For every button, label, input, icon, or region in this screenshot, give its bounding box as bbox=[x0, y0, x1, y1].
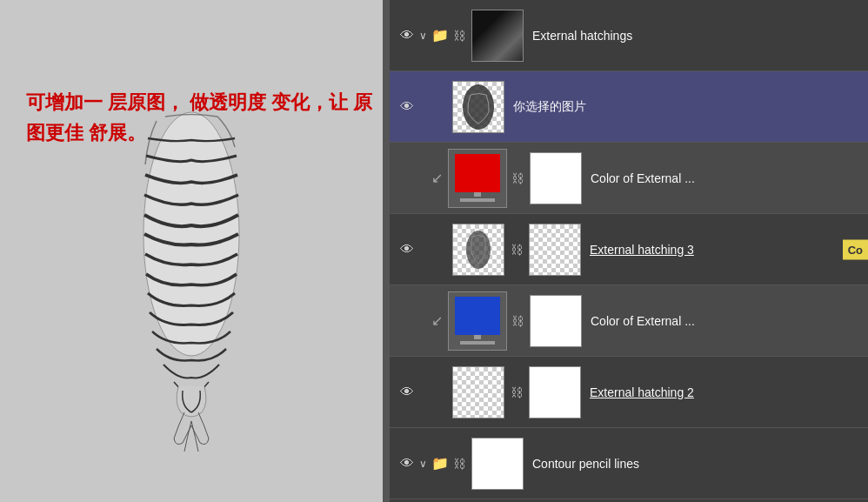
layer-row-color-external-1[interactable]: ↙ ⛓ Color of External ... bbox=[390, 143, 868, 214]
layer-thumb-hatching-2-mask bbox=[529, 366, 581, 418]
layer-row-contour-pencil-lines[interactable]: 👁 ∨ 📁 ⛓ Contour pencil lines bbox=[390, 428, 868, 499]
layer-name-selected-image: 你选择的图片 bbox=[513, 99, 863, 115]
visibility-toggle-contour[interactable]: 👁 bbox=[395, 452, 419, 476]
visibility-toggle-hatching-2[interactable]: 👁 bbox=[395, 380, 419, 405]
layer-row-color-external-2[interactable]: ↙ ⛓ Color of External ... bbox=[390, 285, 868, 357]
chain-icon-5: ⛓ bbox=[511, 385, 523, 399]
layer-row-selected-image[interactable]: 👁 你选择的图片 bbox=[390, 71, 868, 143]
color-swatch-red[interactable] bbox=[448, 149, 507, 208]
chain-icon-3: ⛓ bbox=[511, 243, 523, 257]
layer-row-external-hatching-2[interactable]: 👁 ⛓ External hatching 2 bbox=[390, 357, 868, 428]
layer-thumb-selected-image bbox=[452, 81, 504, 133]
chain-icon: ⛓ bbox=[453, 29, 465, 43]
layer-name-external-hatching-2: External hatching 2 bbox=[590, 385, 863, 399]
expand-arrow[interactable]: ∨ bbox=[419, 30, 431, 42]
visibility-toggle-external-hatchings[interactable]: 👁 bbox=[395, 23, 419, 48]
layer-name-color-external-2: Color of External ... bbox=[591, 314, 863, 328]
visibility-toggle-hatching-3[interactable]: 👁 bbox=[395, 238, 419, 262]
layer-thumb-color-1 bbox=[530, 152, 582, 204]
link-arrow-2: ↙ bbox=[431, 312, 443, 329]
layer-name-external-hatchings: External hatchings bbox=[532, 29, 863, 43]
panel-divider bbox=[383, 0, 390, 502]
chain-icon-2: ⛓ bbox=[511, 171, 524, 185]
layer-row-external-hatchings[interactable]: 👁 ∨ 📁 ⛓ External hatchings bbox=[390, 0, 868, 71]
layers-panel[interactable]: 👁 ∨ 📁 ⛓ External hatchings 👁 你选择的图片 ↙ bbox=[390, 0, 868, 502]
layer-thumb-color-2 bbox=[530, 295, 582, 347]
layer-thumb-hatching-2 bbox=[452, 366, 504, 418]
co-badge: Co bbox=[843, 239, 868, 259]
folder-icon: 📁 bbox=[431, 27, 449, 44]
canvas-area: 可增加一 层原图， 做透明度 变化，让 原图更佳 舒展。 bbox=[0, 0, 383, 502]
layer-name-color-external-1: Color of External ... bbox=[591, 171, 863, 185]
expand-arrow-contour[interactable]: ∨ bbox=[419, 458, 431, 470]
color-swatch-blue[interactable] bbox=[448, 291, 507, 351]
red-swatch bbox=[455, 154, 500, 192]
chain-icon-6: ⛓ bbox=[453, 457, 465, 471]
layer-name-contour-pencil-lines: Contour pencil lines bbox=[532, 457, 863, 471]
layer-row-external-hatching-3[interactable]: 👁 ⛓ External hatching 3 Co bbox=[390, 214, 868, 285]
visibility-toggle-selected-image[interactable]: 👁 bbox=[395, 95, 419, 119]
chain-icon-4: ⛓ bbox=[511, 314, 524, 328]
link-arrow-1: ↙ bbox=[431, 170, 443, 186]
layer-thumb-contour bbox=[471, 438, 524, 490]
instruction-text: 可增加一 层原图， 做透明度 变化，让 原图更佳 舒展。 bbox=[26, 87, 383, 148]
layer-thumb-hatching-3 bbox=[452, 224, 504, 276]
layer-thumb-external-hatchings bbox=[471, 10, 524, 62]
blue-swatch bbox=[455, 297, 500, 335]
folder-icon-contour: 📁 bbox=[431, 455, 449, 472]
layer-name-external-hatching-3: External hatching 3 bbox=[590, 243, 863, 257]
layer-thumb-hatching-3-mask bbox=[529, 224, 581, 276]
